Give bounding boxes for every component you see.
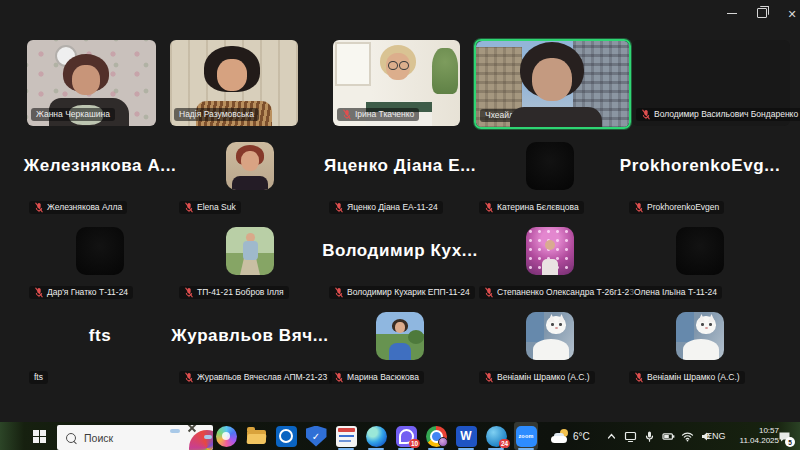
wifi-icon[interactable] <box>680 429 694 443</box>
participant-name: Степаненко Олександра Т-26г1-23 <box>497 287 634 298</box>
participant-tile[interactable]: Володимир Кух...Володимир Кухарик ЕПП-11… <box>325 219 475 304</box>
participant-name: ProkhorenkoEvgen <box>647 202 719 213</box>
participant-tile[interactable]: Дар'я Гнатко Т-11-24 <box>25 219 175 304</box>
participant-tile[interactable]: Железнякова А...Железнякова Алла <box>25 134 175 219</box>
participant-name: Жанна Черкашина <box>36 109 110 120</box>
weather-widget[interactable]: 6°C <box>551 422 590 450</box>
participant-name: ТП-41-21 Бобров Ілля <box>197 287 284 298</box>
chrome-taskbar-icon[interactable] <box>424 422 448 450</box>
muted-mic-icon <box>484 372 494 383</box>
participant-name: Железнякова Алла <box>47 202 122 213</box>
start-button[interactable] <box>24 422 54 450</box>
participant-name: Дар'я Гнатко Т-11-24 <box>47 287 128 298</box>
restore-icon[interactable] <box>749 4 775 22</box>
participant-tile[interactable]: Володимир Васильович Бондаренко <box>632 40 790 126</box>
participant-tile[interactable]: ТП-41-21 Бобров Ілля <box>175 219 325 304</box>
participant-display-name: Володимир Кух... <box>319 241 481 261</box>
avatar <box>526 312 574 360</box>
muted-mic-icon <box>484 202 494 213</box>
system-tray <box>604 422 713 450</box>
participant-name-label: Степаненко Олександра Т-26г1-23 <box>479 286 639 299</box>
participant-name-label: Марина Васюкова <box>329 371 424 384</box>
participant-name-label: Надія Разумовська <box>174 108 259 121</box>
participant-name-label: fts <box>29 371 48 384</box>
participant-tile[interactable]: Надія Разумовська <box>170 40 298 126</box>
participant-display-name: ProkhorenkoEvg... <box>619 156 781 176</box>
muted-mic-icon <box>334 287 344 298</box>
participant-tile[interactable]: Веніамін Шрамко (А.С.) <box>475 304 625 389</box>
outlook-taskbar-icon[interactable] <box>274 422 298 450</box>
weather-cloud-icon <box>551 429 569 443</box>
file-explorer-taskbar-icon[interactable] <box>244 422 268 450</box>
participant-name-label: Володимир Васильович Бондаренко <box>636 108 800 121</box>
participant-name: fts <box>34 372 43 383</box>
participant-name: Володимир Васильович Бондаренко <box>654 109 798 120</box>
participant-tile[interactable]: Яценко Діана Е...Яценко Діана ЕА-11-24 <box>325 134 475 219</box>
participant-tile[interactable]: Веніамін Шрамко (А.С.) <box>625 304 775 389</box>
participant-tile[interactable]: Журавльов Вяч...Журавльов Вячеслав АПМ-2… <box>175 304 325 389</box>
participant-name-label: Ірина Ткаченко <box>337 108 419 121</box>
muted-mic-icon <box>334 202 344 213</box>
participant-name-label: Володимир Кухарик ЕПП-11-24 <box>329 286 475 299</box>
search-highlights-graphic <box>167 425 213 450</box>
action-center-button[interactable]: 5 <box>772 422 796 450</box>
participant-name: Веніамін Шрамко (А.С.) <box>647 372 740 383</box>
participant-name-label: ТП-41-21 Бобров Ілля <box>179 286 289 299</box>
participant-tile[interactable]: Жанна Черкашина <box>27 40 156 126</box>
windows-logo-icon <box>33 430 46 443</box>
close-icon[interactable] <box>779 4 800 22</box>
chevron-up-icon[interactable] <box>604 429 618 443</box>
participant-tile[interactable]: Ірина Ткаченко <box>333 40 460 126</box>
muted-mic-icon <box>634 372 644 383</box>
participant-tile[interactable]: Степаненко Олександра Т-26г1-23 <box>475 219 625 304</box>
search-box[interactable]: Поиск <box>57 425 213 450</box>
participant-name: Надія Разумовська <box>179 109 254 120</box>
taskbar-apps: 1024 <box>214 422 538 450</box>
avatar <box>226 227 274 275</box>
battery-icon[interactable] <box>661 429 675 443</box>
document-app-taskbar-icon[interactable] <box>334 422 358 450</box>
participant-name: Журавльов Вячеслав АПМ-21-23 <box>197 372 327 383</box>
language-indicator[interactable]: ENG <box>706 422 726 450</box>
participant-name-label: Веніамін Шрамко (А.С.) <box>479 371 595 384</box>
participant-tile[interactable]: Elena Suk <box>175 134 325 219</box>
participant-name: Катерина Бєлєвцова <box>497 202 579 213</box>
participant-tile[interactable]: ftsfts <box>25 304 175 389</box>
participant-name-label: Жанна Черкашина <box>31 108 115 121</box>
participant-name-label: Веніамін Шрамко (А.С.) <box>629 371 745 384</box>
viber-taskbar-icon[interactable]: 10 <box>394 422 418 450</box>
viber-badge: 10 <box>409 439 420 448</box>
word-taskbar-icon[interactable] <box>454 422 478 450</box>
muted-mic-icon <box>334 372 344 383</box>
participant-name: Веніамін Шрамко (А.С.) <box>497 372 590 383</box>
muted-mic-icon <box>641 109 651 120</box>
copilot-taskbar-icon[interactable] <box>214 422 238 450</box>
edge-taskbar-icon[interactable] <box>364 422 388 450</box>
participant-tile[interactable]: Катерина Бєлєвцова <box>475 134 625 219</box>
windows-security-taskbar-icon[interactable] <box>304 422 328 450</box>
participant-name-label: Олена Ільїна Т-11-24 <box>629 286 722 299</box>
participant-name-label: Журавльов Вячеслав АПМ-21-23 <box>179 371 332 384</box>
avatar <box>376 312 424 360</box>
desktop-screen: Жанна ЧеркашинаНадія РазумовськаІрина Тк… <box>0 0 800 450</box>
participant-tile[interactable]: Чхеайло Ірина <box>474 39 631 129</box>
participant-name: Яценко Діана ЕА-11-24 <box>347 202 438 213</box>
weather-temperature: 6°C <box>573 431 590 442</box>
zoom-taskbar-icon[interactable] <box>514 422 538 450</box>
participant-name: Ірина Ткаченко <box>355 109 414 120</box>
minimize-icon[interactable] <box>719 4 745 22</box>
participant-display-name: fts <box>19 326 181 346</box>
avatar <box>226 142 274 190</box>
participant-display-name: Яценко Діана Е... <box>319 156 481 176</box>
search-placeholder: Поиск <box>84 432 113 444</box>
muted-mic-icon <box>184 287 194 298</box>
participant-tile[interactable]: ProkhorenkoEvg...ProkhorenkoEvgen <box>625 134 775 219</box>
participant-name: Олена Ільїна Т-11-24 <box>634 287 717 298</box>
notification-count-badge: 5 <box>785 437 795 447</box>
participant-tile[interactable]: Олена Ільїна Т-11-24 <box>625 219 775 304</box>
privat24-taskbar-icon[interactable]: 24 <box>484 422 508 450</box>
display-icon[interactable] <box>623 429 637 443</box>
participant-tile[interactable]: Марина Васюкова <box>325 304 475 389</box>
muted-mic-icon <box>184 202 194 213</box>
microphone-icon[interactable] <box>642 429 656 443</box>
